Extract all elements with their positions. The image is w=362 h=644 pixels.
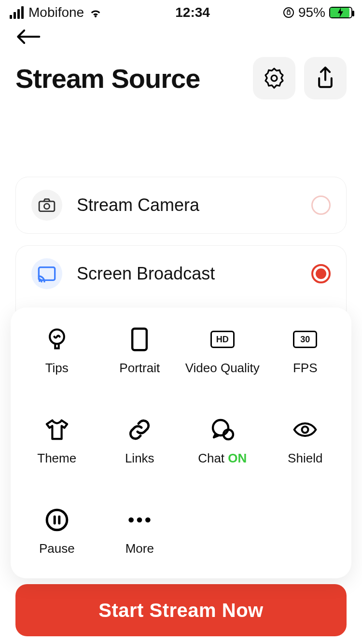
start-stream-button[interactable]: Start Stream Now [15, 584, 347, 636]
cast-icon [31, 258, 62, 289]
header: Stream Source [0, 23, 362, 99]
signal-icon [10, 6, 24, 19]
source-options: Stream Camera Screen Broadcast [0, 177, 362, 313]
option-label: Screen Broadcast [77, 264, 297, 284]
chat-icon [210, 417, 235, 442]
svg-point-15 [129, 518, 134, 523]
svg-point-16 [137, 518, 142, 523]
portrait-icon [127, 327, 152, 352]
option-screen-broadcast[interactable]: Screen Broadcast [15, 245, 347, 313]
orientation-lock-icon [283, 7, 294, 18]
svg-rect-8 [132, 329, 147, 350]
tile-label: Links [125, 451, 154, 466]
tile-fps[interactable]: 30 FPS [264, 327, 347, 376]
pause-icon [44, 507, 70, 532]
tile-label: Shield [288, 451, 322, 466]
svg-point-9 [213, 420, 228, 435]
share-button[interactable] [304, 57, 347, 99]
status-bar: Mobifone 12:34 95% [0, 0, 362, 23]
eye-icon [292, 417, 318, 442]
tile-label: Tips [45, 361, 69, 376]
tile-pause[interactable]: Pause [15, 507, 98, 556]
clock: 12:34 [175, 5, 210, 20]
tile-portrait[interactable]: Portrait [98, 327, 181, 376]
gear-icon [263, 67, 286, 90]
fps-icon: 30 [292, 327, 318, 352]
tile-label: More [125, 541, 154, 556]
svg-point-17 [145, 518, 151, 523]
svg-point-4 [44, 204, 49, 209]
more-icon [127, 507, 152, 532]
status-left: Mobifone [10, 5, 102, 20]
battery-icon [329, 7, 352, 18]
svg-rect-14 [58, 516, 60, 525]
svg-point-6 [39, 280, 41, 282]
svg-rect-1 [287, 11, 290, 14]
back-button[interactable] [15, 27, 347, 48]
tile-label: Video Quality [185, 361, 260, 376]
share-icon [315, 66, 336, 91]
status-right: 95% [283, 5, 352, 20]
arrow-left-icon [15, 27, 41, 46]
svg-rect-13 [53, 516, 56, 525]
tile-links[interactable]: Links [98, 417, 181, 466]
link-icon [127, 417, 152, 442]
svg-point-2 [271, 75, 277, 81]
tile-theme[interactable]: Theme [15, 417, 98, 466]
svg-rect-3 [39, 201, 55, 211]
tile-label: Pause [39, 541, 75, 556]
radio-unselected[interactable] [311, 196, 331, 215]
tile-label: Theme [37, 451, 76, 466]
bulb-icon [44, 327, 70, 352]
tile-video-quality[interactable]: HD Video Quality [181, 327, 264, 376]
svg-point-0 [284, 8, 293, 17]
hd-icon: HD [210, 327, 235, 352]
carrier: Mobifone [28, 5, 84, 20]
tile-chat[interactable]: Chat ON [181, 417, 264, 466]
tile-label: Chat ON [198, 451, 247, 466]
tile-label: FPS [293, 361, 318, 376]
settings-panel: Tips Portrait HD Video Quality 30 FPS Th… [11, 308, 351, 578]
tile-tips[interactable]: Tips [15, 327, 98, 376]
battery-percent: 95% [298, 5, 325, 20]
camera-icon [31, 190, 62, 221]
radio-selected[interactable] [311, 264, 331, 283]
option-stream-camera[interactable]: Stream Camera [15, 177, 347, 234]
option-label: Stream Camera [77, 195, 297, 215]
svg-rect-5 [39, 267, 55, 280]
tile-label: Portrait [119, 361, 160, 376]
page-title: Stream Source [15, 63, 200, 94]
svg-point-11 [302, 427, 308, 433]
tile-shield[interactable]: Shield [264, 417, 347, 466]
wifi-icon [89, 7, 102, 18]
settings-button[interactable] [253, 57, 295, 99]
shirt-icon [44, 417, 70, 442]
tile-more[interactable]: More [98, 507, 181, 556]
svg-point-12 [47, 510, 67, 530]
